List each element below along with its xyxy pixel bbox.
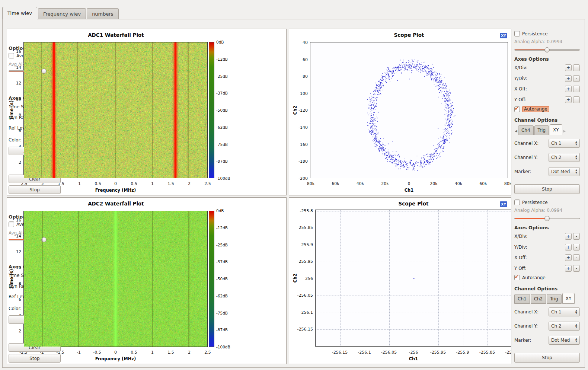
tick-label: -255.8 [505,350,511,355]
tick-label: -100dB [216,176,230,181]
x-off-plus-button[interactable]: + [565,86,572,92]
scope1-x-ticks: -80k-60k-40k-20k020k40k60k80k [310,181,508,186]
tab-scroll-right-icon[interactable]: ▶ [563,129,567,135]
scope-stop-button[interactable]: Stop [514,184,580,194]
tick-label: -1 [77,350,81,355]
tick-label: -255.95 [430,350,446,355]
tick-label: -120 [298,108,308,113]
y-off-minus-button[interactable]: - [573,265,580,272]
tick-label: 1.5 [167,350,174,355]
main-tab-bar: Time wiev Frequency wiev numbers [2,7,119,19]
x-div-plus-button[interactable]: + [565,233,572,240]
scope2-y-ticks: -255.8-255.85-255.9-255.95-256-256.05-25… [289,198,314,364]
faint-signal-line [188,211,189,347]
channel-x-select[interactable]: Ch 1 ▲▼ [549,139,580,148]
scope1-plot[interactable] [310,42,508,178]
slider-knob[interactable] [544,216,550,221]
channel-y-value: Ch 2 [551,323,561,329]
tick-label: -256.15 [332,350,348,355]
channel-x-label: Channel X: [514,141,539,146]
average-checkbox[interactable] [9,221,14,227]
tab-time-view[interactable]: Time wiev [2,7,37,19]
y-div-row: Y/Div: +- [514,244,580,251]
tick-label: 1 [151,181,154,186]
tick-label: 0 [114,350,117,355]
tick-label: -50dB [216,277,228,281]
channel-tab-ch4[interactable]: Ch4 [518,125,534,135]
y-off-row: Y Off: +- [514,265,580,272]
adc2-waterfall-plot[interactable] [23,211,208,347]
x-off-plus-button[interactable]: + [565,254,572,261]
channel-y-select[interactable]: Ch 2 ▲▼ [549,322,580,331]
channel-tab-ch1[interactable]: Ch1 [514,294,530,304]
tick-label: -62dB [216,294,228,298]
channel-x-row: Channel X: Ch 1 ▲▼ [514,139,580,148]
scope1-controls: Persistence Analog Alpha: 0.0994 Axes Op… [514,29,581,195]
scope2-plot[interactable] [315,210,511,347]
spin-arrows-icon: ▲▼ [575,141,577,146]
y-off-plus-button[interactable]: + [565,96,572,103]
adc1-waterfall-plot[interactable] [23,42,208,178]
autorange-checkbox[interactable] [514,106,520,112]
scope-stop-button[interactable]: Stop [514,353,580,363]
adc2-colorbar [209,211,214,347]
scope1-panel: Scope Plot XY Ch2 -40-60-80-100-120-140-… [289,29,511,195]
channel-options-header: Channel Options [514,117,557,123]
spin-arrows-icon: ▲▼ [575,309,577,315]
x-div-label: X/Div: [514,234,527,239]
y-div-plus-button[interactable]: + [565,75,572,82]
marker-select[interactable]: Dot Med ▲▼ [549,336,580,345]
tick-label: -0.5 [93,350,101,355]
tick-label: -75dB [216,311,228,315]
x-off-minus-button[interactable]: - [573,254,580,261]
y-off-minus-button[interactable]: - [573,96,580,103]
y-off-plus-button[interactable]: + [565,265,572,272]
channel-y-row: Channel Y: Ch 2 ▲▼ [514,322,580,331]
strong-signal-line [175,42,176,178]
average-checkbox[interactable] [9,53,14,58]
x-off-minus-button[interactable]: - [573,86,580,92]
adc2-colorbar-ticks: 0dB-12dB-25dB-37dB-50dB-62dB-75dB-87dB-1… [216,211,233,352]
analog-alpha-slider[interactable] [514,47,580,52]
channel-y-label: Channel Y: [514,155,538,160]
x-div-minus-button[interactable]: - [573,64,580,71]
scope1-title: Scope Plot [310,32,508,38]
autorange-checkbox[interactable] [514,275,520,280]
tick-label: -256.1 [358,350,371,355]
y-div-minus-button[interactable]: - [573,244,580,251]
channel-x-value: Ch 1 [551,141,561,146]
marker-select[interactable]: Dot Med ▲▼ [549,167,580,176]
y-div-plus-button[interactable]: + [565,244,572,251]
channel-x-select[interactable]: Ch 1 ▲▼ [549,307,580,316]
persistence-checkbox[interactable] [514,31,520,36]
tick-label: -20k [380,181,389,186]
marker-row: Marker: Dot Med ▲▼ [514,167,580,176]
y-div-label: Y/Div: [514,245,527,250]
x-div-label: X/Div: [514,65,527,70]
waterfall-stop-button[interactable]: Stop [9,354,61,363]
x-div-plus-button[interactable]: + [565,64,572,71]
y-div-row: Y/Div: +- [514,75,580,82]
channel-tab-trig[interactable]: Trig [534,125,549,135]
tick-label: -160 [298,142,308,147]
channel-tab-trig[interactable]: Trig [547,294,561,304]
slider-knob[interactable] [544,47,550,52]
x-div-row: X/Div: +- [514,64,580,71]
tab-scroll-left-icon[interactable]: ◀ [514,129,518,135]
tick-label: -12dB [216,226,228,230]
waterfall-stop-button[interactable]: Stop [9,185,61,194]
x-div-minus-button[interactable]: - [573,233,580,240]
y-div-minus-button[interactable]: - [573,75,580,82]
tab-numbers[interactable]: numbers [87,8,119,19]
persistence-checkbox[interactable] [514,200,520,205]
channel-tab-xy[interactable]: XY [550,124,562,135]
spin-arrows-icon: ▲▼ [575,323,577,329]
tab-frequency-view[interactable]: Frequency wiev [38,8,86,19]
channel-y-select[interactable]: Ch 2 ▲▼ [549,153,580,162]
analog-alpha-slider[interactable] [514,216,580,221]
faint-signal-line [152,211,153,347]
channel-tab-ch2[interactable]: Ch2 [531,294,546,304]
x-off-label: X Off: [514,86,527,92]
tick-label: -255.95 [297,259,313,264]
channel-tab-xy[interactable]: XY [562,293,575,304]
